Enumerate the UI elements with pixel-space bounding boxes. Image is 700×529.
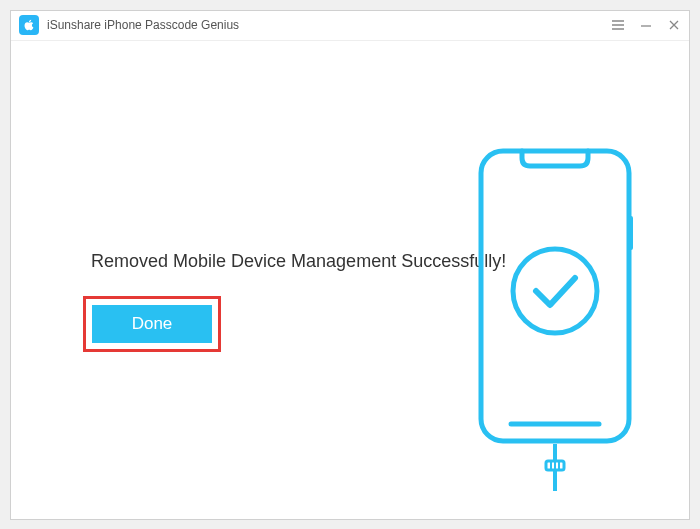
checkmark-circle — [513, 249, 597, 333]
app-logo — [19, 15, 39, 35]
phone-success-icon — [474, 146, 649, 495]
done-button[interactable]: Done — [92, 305, 212, 343]
svg-rect-1 — [629, 216, 633, 250]
apple-icon — [22, 18, 36, 32]
app-window: iSunshare iPhone Passcode Genius Removed… — [10, 10, 690, 520]
done-button-highlight: Done — [83, 296, 221, 352]
close-icon[interactable] — [667, 18, 681, 32]
success-message: Removed Mobile Device Management Success… — [91, 251, 506, 272]
window-controls — [611, 18, 681, 32]
titlebar: iSunshare iPhone Passcode Genius — [11, 11, 689, 41]
checkmark-icon — [536, 278, 575, 305]
menu-icon[interactable] — [611, 18, 625, 32]
minimize-icon[interactable] — [639, 18, 653, 32]
content-area: Removed Mobile Device Management Success… — [11, 41, 689, 519]
app-title: iSunshare iPhone Passcode Genius — [47, 18, 611, 32]
